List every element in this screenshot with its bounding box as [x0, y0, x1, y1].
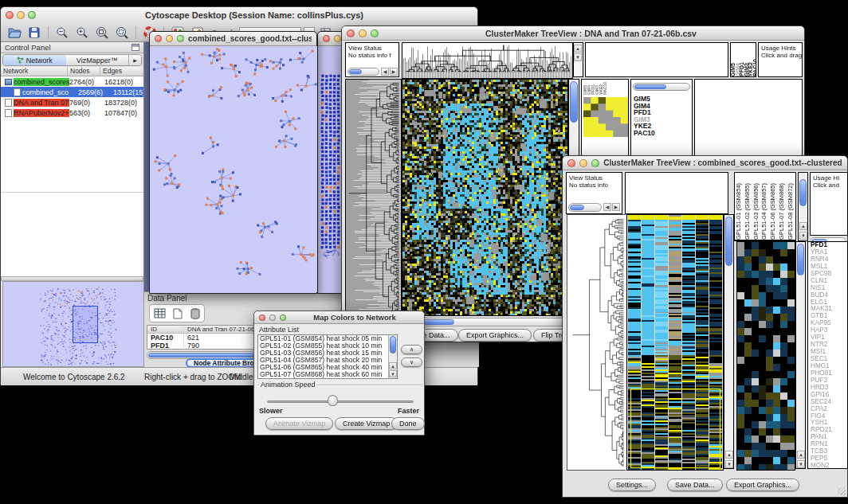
float-panel-icon[interactable] — [132, 44, 139, 51]
tv2-usage-hints: Usage HiClick and — [810, 172, 848, 236]
tv2-save-data-button[interactable]: Save Data... — [667, 479, 723, 491]
zoom-out-button[interactable] — [53, 25, 71, 41]
minimize-button[interactable] — [579, 159, 587, 167]
scroll-right-icon[interactable]: ▶ — [612, 203, 620, 211]
scroll-right-icon[interactable]: ▶ — [390, 68, 398, 76]
network-row[interactable]: RNAPuberNov2+ 563(0) 107847(0) — [1, 107, 143, 118]
close-button[interactable] — [6, 11, 14, 19]
tv2-export-graphics-button[interactable]: Export Graphics... — [726, 479, 799, 491]
close-button[interactable] — [259, 315, 265, 321]
attribute-item[interactable]: GPL51-07 (GSM868) heat shock 60 min — [258, 371, 397, 378]
tv1-column-labels: GIM5GIM4PFD1GIM3YKE2PAC10 — [730, 42, 756, 77]
gene-label[interactable]: MON2 — [808, 463, 847, 469]
column-label[interactable]: GPL51-08 (GSM872) — [787, 183, 795, 240]
tv1-mini-vscroll[interactable]: ▲ ▼ — [573, 42, 583, 77]
network-canvas-1[interactable] — [151, 46, 317, 292]
animate-vizmap-button[interactable]: Animate Vizmap — [265, 417, 333, 430]
gene-label[interactable]: PAC10 — [631, 130, 692, 137]
attribute-select-icon[interactable] — [154, 308, 166, 318]
scroll-left-icon[interactable]: ◀ — [381, 68, 389, 76]
minimize-button[interactable] — [269, 315, 276, 321]
zoom-button[interactable] — [177, 35, 184, 42]
tv1-status-hscrollbar[interactable] — [347, 68, 379, 76]
attr-col-id[interactable]: ID — [147, 326, 184, 333]
zoom-selected-button[interactable] — [113, 25, 131, 41]
network-row[interactable]: combined_scores 2764(0) 16218(0) — [1, 76, 143, 87]
column-label[interactable]: GPL51-03 (GSM856) — [752, 183, 761, 240]
column-label[interactable]: GPL51-01 (GSM854) — [735, 183, 744, 240]
new-attribute-icon[interactable] — [173, 308, 183, 319]
scroll-down-icon[interactable]: ▼ — [797, 460, 805, 468]
close-button[interactable] — [323, 35, 330, 42]
attr-id: PAC10 — [147, 334, 184, 342]
minimize-button[interactable] — [359, 29, 367, 37]
minimize-button[interactable] — [17, 11, 25, 19]
network-name: DNA and Tran 07 — [14, 99, 69, 107]
zoom-fit-button[interactable] — [93, 25, 111, 41]
tv2-status-hscrollbar[interactable] — [568, 203, 602, 212]
network-row[interactable]: combined_sco 2569(6) 13112(15) — [1, 87, 143, 97]
tab-network[interactable]: Network — [3, 55, 66, 65]
scroll-down-icon[interactable]: ▼ — [725, 460, 733, 468]
tv1-gene-hscrollbar[interactable] — [633, 83, 690, 91]
network-tab-icon — [17, 57, 24, 64]
tv1-heatmap-hscrollbar[interactable] — [402, 318, 567, 326]
done-button[interactable]: Done — [391, 417, 425, 430]
tv2-row-dendrogram[interactable] — [567, 214, 626, 471]
column-label[interactable]: GPL51-04 (GSM857) — [760, 183, 769, 240]
column-label[interactable]: GPL51-06 (GSM865) — [769, 183, 778, 240]
zoom-in-button[interactable] — [73, 25, 91, 41]
network-view-window-1: combined_scores_good.txt--cluste... — [149, 31, 317, 294]
tv2-labels-vscrollbar[interactable]: ▲ ▼ — [798, 172, 808, 241]
network-canvas-2[interactable] — [319, 46, 342, 292]
scroll-up-icon[interactable]: ▲ — [725, 451, 733, 459]
tv2-heatmap[interactable] — [626, 214, 724, 471]
open-session-button[interactable] — [6, 25, 23, 41]
create-vizmap-button[interactable]: Create Vizmap — [335, 417, 398, 430]
tab-overflow-arrow-icon[interactable]: ▶ — [128, 55, 141, 65]
tv1-heatmap[interactable] — [402, 79, 568, 316]
network-row[interactable]: DNA and Tran 07 769(0) 183728(0) — [1, 97, 143, 107]
tv2-zoom-vscrollbar[interactable]: ▲ ▼ — [795, 241, 806, 469]
birdseye-view[interactable] — [2, 281, 144, 367]
move-down-button[interactable]: ∨ — [401, 357, 422, 367]
network-name: RNAPuberNov2+ — [14, 109, 69, 117]
minimize-button[interactable] — [334, 35, 341, 42]
speed-slider-track[interactable] — [267, 400, 414, 403]
speed-slider-thumb[interactable] — [328, 395, 338, 406]
window-title: Cytoscape Desktop (Session Name: collins… — [36, 10, 473, 20]
tv2-zoom-heatmap[interactable] — [736, 241, 795, 471]
tv2-settings-button[interactable]: Settings... — [608, 479, 656, 491]
scroll-down-icon[interactable]: ▼ — [799, 232, 807, 240]
scroll-up-icon[interactable]: ▲ — [799, 222, 807, 230]
save-session-button[interactable] — [26, 25, 43, 41]
column-label[interactable]: GPL51-02 (GSM855) — [744, 183, 752, 240]
close-button[interactable] — [155, 35, 162, 42]
close-button[interactable] — [347, 29, 355, 37]
zoom-button[interactable] — [371, 29, 379, 37]
zoom-button[interactable] — [28, 11, 36, 19]
tv1-row-dendrogram[interactable] — [345, 79, 402, 316]
tv2-gene-list: PFD1YRA1RNR4MSL1SPC98CLN1NIS1BUD4ELG1MAK… — [807, 241, 848, 469]
tv2-heatmap-vscrollbar[interactable]: ▲ ▼ — [724, 214, 734, 469]
zoom-button[interactable] — [591, 159, 599, 167]
column-label[interactable]: PAC10 — [753, 59, 757, 76]
tv1-column-dendrogram[interactable] — [402, 42, 573, 79]
column-label[interactable]: GPL51-07 (GSM868) — [778, 183, 787, 240]
resize-grip[interactable] — [838, 487, 846, 495]
scroll-down-icon[interactable]: ▼ — [389, 370, 397, 377]
minimize-button[interactable] — [166, 35, 173, 42]
tab-vizmapper[interactable]: VizMapper™ — [66, 55, 129, 65]
zoom-button[interactable] — [280, 315, 286, 321]
close-button[interactable] — [567, 159, 575, 167]
tv1-export-graphics-button[interactable]: Export Graphics... — [458, 329, 532, 342]
delete-attribute-icon[interactable] — [190, 308, 200, 319]
move-up-button[interactable]: ∧ — [401, 345, 422, 354]
faster-label: Faster — [398, 407, 419, 415]
tv1-global-matrix[interactable] — [583, 97, 628, 137]
scroll-left-icon[interactable]: ◀ — [603, 203, 611, 211]
scroll-up-icon[interactable]: ▲ — [797, 451, 805, 459]
scroll-up-icon[interactable]: ▲ — [574, 45, 582, 53]
scroll-up-icon[interactable]: ▲ — [389, 362, 397, 369]
scroll-down-icon[interactable]: ▼ — [574, 53, 582, 61]
